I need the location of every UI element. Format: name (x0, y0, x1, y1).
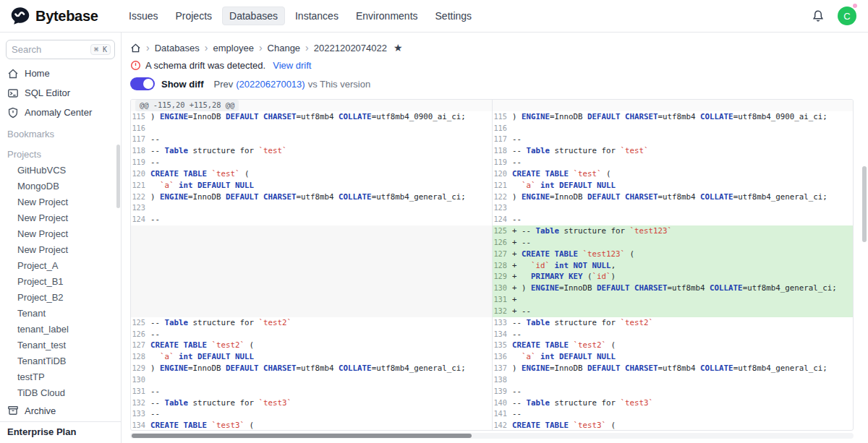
line-number: 125 (131, 317, 150, 329)
sidebar-project-item[interactable]: testTP (0, 369, 121, 385)
line-number: 134 (131, 420, 150, 430)
line-number: 126 (131, 329, 150, 340)
diff-row (493, 100, 853, 111)
code-line: -- (150, 329, 160, 340)
view-drift-link[interactable]: View drift (273, 60, 311, 71)
sidebar-project-item[interactable]: MongoDB (0, 179, 121, 194)
line-number: 115 (493, 111, 512, 123)
line-number: 131 (131, 386, 150, 397)
code-line: -- (150, 157, 160, 168)
shield-icon (7, 107, 19, 119)
search-input[interactable] (12, 44, 88, 55)
breadcrumb-item[interactable]: employee (213, 43, 254, 53)
vertical-scrollbar[interactable] (862, 166, 867, 242)
bookmarks-section-label: Bookmarks (0, 122, 121, 142)
diff-row: 119-- (493, 157, 853, 168)
line-number: 115 (131, 111, 150, 123)
line-number: 124 (493, 214, 512, 225)
nav-item-projects[interactable]: Projects (168, 7, 219, 25)
sidebar-project-item[interactable]: TiDB Cloud (0, 385, 121, 400)
breadcrumb-item[interactable]: Databases (155, 43, 200, 53)
sidebar-project-item[interactable]: New Project (0, 226, 121, 242)
show-diff-toggle[interactable] (130, 77, 155, 90)
line-number: 121 (131, 180, 150, 192)
sidebar-project-item[interactable]: New Project (0, 242, 121, 258)
code-line: ) ENGINE=InnoDB DEFAULT CHARSET=utf8mb4 … (150, 111, 466, 123)
line-number: 128 (493, 260, 512, 272)
code-line: ) ENGINE=InnoDB DEFAULT CHARSET=utf8mb4 … (512, 111, 827, 123)
prev-version-link[interactable]: (202206270013) (236, 79, 305, 90)
sidebar-project-item[interactable]: tenant_label (0, 322, 121, 337)
main-content: ›Databases›employee›Change›2022120207402… (122, 33, 868, 443)
sidebar-project-item[interactable]: GitHubVCS (0, 163, 121, 179)
sidebar-project-item[interactable]: Project_B1 (0, 274, 121, 290)
code-line: `a` int DEFAULT NULL (150, 180, 254, 192)
sidebar-item-home[interactable]: Home (0, 64, 121, 83)
breadcrumb-home-icon[interactable] (130, 43, 141, 53)
breadcrumb-item[interactable]: Change (268, 43, 301, 53)
sidebar-project-item[interactable]: Project_B2 (0, 290, 121, 306)
code-line: -- Table structure for `test3` (150, 397, 292, 409)
nav-item-issues[interactable]: Issues (122, 7, 165, 25)
sidebar-project-item[interactable]: Tenant (0, 306, 121, 322)
chevron-right-icon: › (205, 43, 208, 53)
chevron-right-icon: › (305, 43, 309, 53)
alert-exclamation-icon (130, 60, 141, 71)
breadcrumb-item[interactable]: 20221202074022 (314, 43, 387, 53)
nav-item-environments[interactable]: Environments (349, 7, 425, 25)
diff-row: 127CREATE TABLE `test2` ( (131, 340, 492, 351)
horizontal-scrollbar-thumb[interactable] (132, 434, 472, 438)
code-line: + -- (512, 306, 531, 317)
search-box[interactable]: ⌘ K (6, 40, 115, 59)
line-number (131, 237, 150, 249)
horizontal-scrollbar[interactable] (130, 433, 854, 439)
diff-row: 140-- Table structure for `test3` (493, 397, 853, 409)
nav-item-settings[interactable]: Settings (428, 7, 480, 25)
line-number: 126 (493, 237, 512, 249)
nav-item-databases[interactable]: Databases (222, 7, 285, 25)
avatar-letter: C (843, 11, 850, 22)
project-list: GitHubVCSMongoDBNew ProjectNew ProjectNe… (0, 163, 121, 400)
brand[interactable]: Bytebase (10, 6, 122, 26)
code-line: -- Table structure for `test2` (512, 317, 653, 329)
line-number: 119 (131, 157, 150, 168)
diff-row: 121 `a` int DEFAULT NULL (131, 180, 492, 192)
sidebar-project-item[interactable]: TenantTiDB (0, 353, 121, 369)
sidebar: ⌘ K Home SQL Editor (0, 33, 122, 443)
diff-row: 117-- (131, 134, 492, 145)
diff-row: 131-- (131, 386, 492, 397)
sidebar-project-item[interactable]: Tenant_test (0, 337, 121, 353)
diff-row (131, 306, 492, 317)
diff-row: 132-- Table structure for `test3` (131, 397, 492, 409)
line-number: 120 (131, 168, 150, 180)
line-number: 130 (131, 374, 150, 386)
sidebar-item-sql-editor[interactable]: SQL Editor (0, 83, 121, 103)
sidebar-item-label: Home (25, 68, 50, 79)
plan-label[interactable]: Enterprise Plan (0, 421, 121, 443)
sidebar-item-archive[interactable]: Archive (0, 400, 121, 421)
sidebar-item-anomaly-center[interactable]: Anomaly Center (0, 103, 121, 122)
code-line: CREATE TABLE `test2` ( (150, 340, 254, 351)
brand-name: Bytebase (35, 8, 98, 25)
code-line: ) ENGINE=InnoDB DEFAULT CHARSET=utf8mb4 … (150, 363, 466, 374)
avatar[interactable]: C (838, 7, 856, 25)
line-number: 131 (493, 294, 512, 306)
nav-item-instances[interactable]: Instances (288, 7, 346, 25)
bell-icon[interactable] (812, 9, 825, 22)
sidebar-item-label: SQL Editor (25, 87, 70, 98)
diff-row: 125-- Table structure for `test2` (131, 317, 492, 329)
line-number: 132 (493, 306, 512, 317)
diff-row: 121 `a` int DEFAULT NULL (493, 180, 853, 192)
sidebar-project-item[interactable]: Project_A (0, 258, 121, 274)
sidebar-project-item[interactable]: New Project (0, 210, 121, 226)
bookmark-star-icon[interactable]: ★ (393, 43, 403, 53)
diff-row: 115) ENGINE=InnoDB DEFAULT CHARSET=utf8m… (493, 111, 853, 123)
line-number: 128 (131, 351, 150, 363)
line-number: 116 (493, 123, 512, 134)
line-number: 129 (131, 363, 150, 374)
chevron-right-icon: › (146, 43, 150, 53)
line-number (131, 225, 150, 237)
sidebar-scrollbar[interactable] (116, 145, 120, 208)
sidebar-project-item[interactable]: New Project (0, 194, 121, 210)
code-line: CREATE TABLE `test` ( (150, 168, 250, 180)
